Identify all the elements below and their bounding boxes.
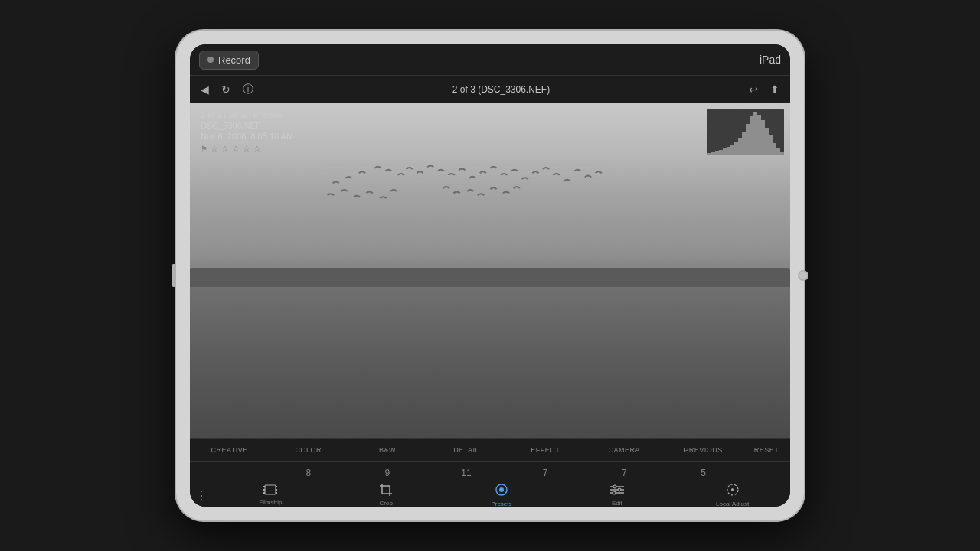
- svg-rect-14: [757, 115, 761, 155]
- bottom-toolbar: CREATIVE COLOR B&W DETAIL EFFECT: [190, 438, 790, 507]
- home-button[interactable]: [798, 270, 808, 281]
- ipad-screen: Record iPad ◀ ↻ ⓘ 2 of 3 (DSC_3306.NEF) …: [190, 44, 790, 507]
- nav-bar: ◀ ↻ ⓘ 2 of 3 (DSC_3306.NEF) ↩ ⬆: [190, 75, 790, 103]
- svg-rect-7: [730, 145, 734, 155]
- svg-rect-23: [263, 489, 265, 491]
- svg-point-34: [618, 488, 621, 491]
- svg-rect-16: [765, 128, 769, 155]
- svg-rect-18: [773, 143, 776, 155]
- photo-filename: DSC_3306.NEF: [201, 121, 293, 130]
- svg-rect-9: [738, 138, 742, 155]
- star-3[interactable]: ☆: [232, 144, 240, 154]
- top-bar: Record iPad: [190, 44, 790, 75]
- tab-creative[interactable]: CREATIVE: [190, 439, 269, 461]
- tab-previous[interactable]: PREVIOUS: [664, 439, 743, 461]
- svg-rect-5: [723, 148, 727, 155]
- svg-rect-12: [750, 116, 753, 155]
- presets-icon: [495, 483, 508, 499]
- info-button[interactable]: ⓘ: [240, 80, 256, 99]
- num-effect: 7: [506, 468, 585, 478]
- svg-rect-15: [761, 120, 765, 155]
- field: [190, 287, 790, 438]
- record-dot: [207, 57, 214, 63]
- device-label: iPad: [760, 54, 781, 66]
- svg-point-33: [613, 485, 616, 488]
- svg-rect-13: [753, 112, 757, 155]
- tab-camera[interactable]: CAMERA: [585, 439, 664, 461]
- svg-rect-6: [727, 147, 730, 155]
- svg-rect-2: [711, 152, 715, 155]
- svg-rect-10: [742, 132, 746, 155]
- tab-effect[interactable]: EFFECT: [506, 439, 585, 461]
- svg-rect-19: [776, 148, 780, 155]
- app-screen: Record iPad ◀ ↻ ⓘ 2 of 3 (DSC_3306.NEF) …: [190, 44, 790, 507]
- crop-icon: [380, 484, 392, 498]
- svg-rect-27: [276, 492, 277, 494]
- svg-rect-22: [263, 486, 265, 487]
- svg-point-37: [731, 488, 734, 491]
- tools-row: ⋮: [190, 484, 790, 507]
- tool-crop[interactable]: Crop: [328, 484, 444, 507]
- num-detail: 11: [426, 468, 505, 478]
- photo-datetime: Nov 8, 2008, 8:05:10 AM: [201, 132, 293, 141]
- photo-count-preview: 2 of 3 | Smart Preview: [201, 110, 293, 119]
- back-button[interactable]: ◀: [198, 80, 212, 99]
- numbers-row: 8 9 11 7 7 5: [190, 462, 790, 484]
- svg-rect-25: [276, 486, 277, 487]
- tab-bw[interactable]: B&W: [348, 439, 426, 461]
- share-button[interactable]: ⬆: [767, 80, 782, 99]
- nav-title: 2 of 3 (DSC_3306.NEF): [263, 84, 740, 95]
- local-adjust-label: Local Adjust: [716, 500, 749, 507]
- svg-rect-26: [276, 489, 277, 491]
- svg-rect-20: [780, 152, 784, 155]
- star-2[interactable]: ☆: [221, 144, 229, 154]
- photo-rating: ⚑ ☆ ☆ ☆ ☆ ☆: [201, 144, 293, 154]
- ipad-frame: Record iPad ◀ ↻ ⓘ 2 of 3 (DSC_3306.NEF) …: [176, 31, 804, 520]
- edit-label: Edit: [612, 500, 622, 507]
- category-tabs: CREATIVE COLOR B&W DETAIL EFFECT: [190, 439, 790, 462]
- svg-point-35: [612, 491, 616, 494]
- filmstrip-icon: [263, 484, 277, 497]
- side-button-left[interactable]: [172, 264, 176, 287]
- record-button[interactable]: Record: [199, 51, 259, 70]
- tab-reset[interactable]: RESET: [743, 439, 790, 461]
- num-bw: 9: [348, 468, 426, 478]
- tool-edit[interactable]: Edit: [559, 484, 675, 507]
- num-camera: 7: [585, 468, 664, 478]
- svg-rect-17: [769, 135, 773, 155]
- filmstrip-label: Filmstrip: [259, 499, 282, 506]
- local-adjust-icon: [726, 483, 740, 499]
- tab-detail[interactable]: DETAIL: [426, 439, 505, 461]
- tool-local-adjust[interactable]: Local Adjust: [675, 483, 790, 507]
- svg-rect-21: [265, 485, 276, 494]
- undo-button[interactable]: ↩: [746, 80, 761, 99]
- svg-rect-4: [719, 150, 723, 155]
- num-color: 8: [269, 468, 348, 478]
- tool-filmstrip[interactable]: Filmstrip: [213, 484, 328, 506]
- svg-rect-11: [746, 124, 750, 155]
- histogram-panel: [707, 109, 784, 155]
- refresh-button[interactable]: ↻: [218, 80, 234, 99]
- birds-layer: [280, 153, 701, 253]
- flag-icon[interactable]: ⚑: [201, 145, 207, 153]
- svg-rect-24: [263, 492, 265, 494]
- tool-presets[interactable]: Presets: [444, 483, 560, 507]
- star-5[interactable]: ☆: [253, 144, 261, 154]
- treeline: [190, 268, 790, 287]
- more-button[interactable]: ⋮: [190, 488, 213, 503]
- tab-color[interactable]: COLOR: [269, 439, 348, 461]
- presets-label: Presets: [491, 500, 511, 507]
- svg-rect-8: [734, 142, 738, 155]
- svg-rect-1: [707, 153, 711, 155]
- star-4[interactable]: ☆: [243, 144, 250, 154]
- edit-icon: [610, 484, 624, 498]
- photo-info-panel: 2 of 3 | Smart Preview DSC_3306.NEF Nov …: [190, 103, 304, 161]
- svg-point-29: [499, 487, 504, 492]
- star-1[interactable]: ☆: [211, 144, 218, 154]
- crop-label: Crop: [380, 500, 393, 507]
- record-label: Record: [218, 54, 250, 66]
- num-previous: 5: [664, 468, 743, 478]
- svg-rect-3: [715, 151, 719, 155]
- main-content: 2 of 3 | Smart Preview DSC_3306.NEF Nov …: [190, 103, 790, 438]
